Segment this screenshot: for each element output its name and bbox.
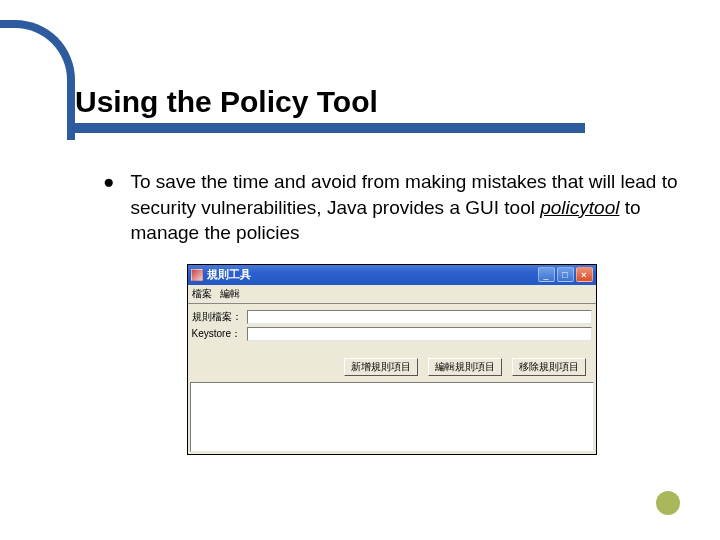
policytool-window: 規則工具 _ □ × 檔案 編輯 規則檔案： Keystore： bbox=[187, 264, 597, 455]
keystore-field[interactable] bbox=[247, 327, 592, 341]
tool-name-italic: policytool bbox=[540, 197, 619, 218]
button-row: 新增規則項目 編輯規則項目 移除規則項目 bbox=[188, 352, 596, 380]
minimize-button[interactable]: _ bbox=[538, 267, 555, 282]
bullet-text: To save the time and avoid from making m… bbox=[130, 169, 680, 246]
slide-title: Using the Policy Tool bbox=[75, 85, 680, 119]
add-policy-button[interactable]: 新增規則項目 bbox=[344, 358, 418, 376]
menu-file[interactable]: 檔案 bbox=[192, 287, 212, 301]
slide-body: Using the Policy Tool ● To save the time… bbox=[75, 85, 680, 455]
window-title: 規則工具 bbox=[207, 267, 536, 282]
policy-file-row: 規則檔案： bbox=[192, 310, 592, 324]
policy-file-label: 規則檔案： bbox=[192, 310, 247, 324]
app-icon bbox=[191, 269, 203, 281]
title-underline bbox=[75, 123, 585, 133]
menu-edit[interactable]: 編輯 bbox=[220, 287, 240, 301]
form-area: 規則檔案： Keystore： bbox=[188, 304, 596, 352]
keystore-label: Keystore： bbox=[192, 327, 247, 341]
slide-content: ● To save the time and avoid from making… bbox=[75, 169, 680, 455]
close-button[interactable]: × bbox=[576, 267, 593, 282]
keystore-row: Keystore： bbox=[192, 327, 592, 341]
remove-policy-button[interactable]: 移除規則項目 bbox=[512, 358, 586, 376]
policy-file-field[interactable] bbox=[247, 310, 592, 324]
edit-policy-button[interactable]: 編輯規則項目 bbox=[428, 358, 502, 376]
maximize-button[interactable]: □ bbox=[557, 267, 574, 282]
decorative-dot bbox=[656, 491, 680, 515]
menubar: 檔案 編輯 bbox=[188, 285, 596, 304]
policy-list[interactable] bbox=[190, 382, 594, 452]
bullet-marker: ● bbox=[103, 169, 114, 246]
bullet-item: ● To save the time and avoid from making… bbox=[103, 169, 680, 246]
decorative-swoosh bbox=[0, 20, 75, 140]
titlebar[interactable]: 規則工具 _ □ × bbox=[188, 265, 596, 285]
